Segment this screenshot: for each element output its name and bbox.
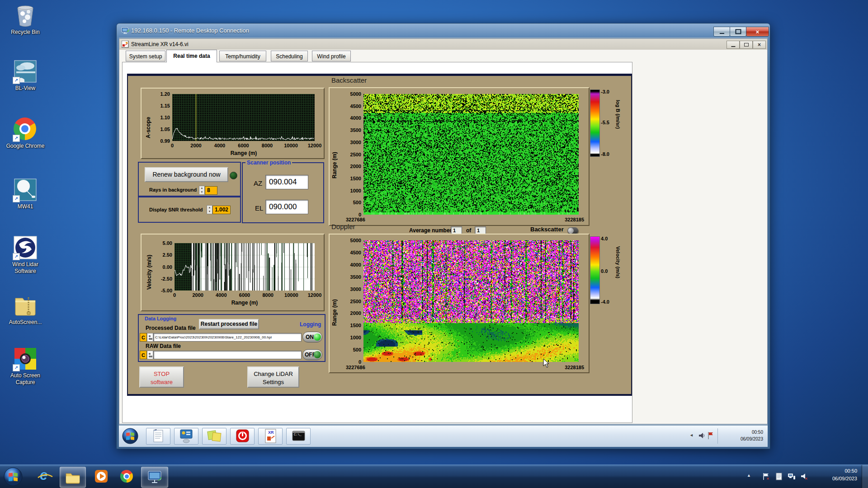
backscatter-x-min-label: 3227686 xyxy=(346,217,365,222)
taskbar-internet-explorer[interactable]: e xyxy=(33,467,57,487)
raw-drive-selector[interactable]: C xyxy=(140,351,147,359)
remote-task-sticky-notes[interactable] xyxy=(202,428,226,445)
processed-browse-icon[interactable] xyxy=(147,333,153,342)
desktop-icon-bl-view[interactable]: ↗ BL-View xyxy=(4,60,47,92)
backscatter-display-toggle[interactable] xyxy=(567,227,578,234)
tick-label: 6000 xyxy=(238,143,249,148)
tab-temp-humidity[interactable]: Temp/humidity xyxy=(219,51,266,61)
data-logging-title: Data Logging xyxy=(145,316,176,321)
remote-start-button[interactable] xyxy=(122,427,139,445)
remote-clock-date: 06/09/2023 xyxy=(720,436,763,442)
taskbar-media-player[interactable] xyxy=(90,467,112,487)
remote-task-notepad[interactable] xyxy=(146,428,170,445)
folder-icon xyxy=(65,470,80,484)
raw-browse-icon[interactable] xyxy=(147,351,153,359)
desktop-icon-recycle-bin[interactable]: Recycle Bin xyxy=(4,4,47,36)
taskbar-clock[interactable]: 00:50 06/09/2023 xyxy=(813,467,857,483)
doppler-colorbar-label: Velocity (m/s) xyxy=(615,246,621,296)
action-center-flag-icon[interactable]: ✕ xyxy=(762,472,770,480)
average-number-label: Average number xyxy=(409,227,452,234)
tick-label: 5000 xyxy=(341,238,361,243)
processed-logging-toggle[interactable]: ON xyxy=(302,332,322,343)
remote-hidden-icons-arrow[interactable]: ◄ xyxy=(689,433,693,437)
tick-label: 2.50 xyxy=(152,252,172,258)
change-line1: Change LiDAR xyxy=(248,370,298,378)
rdp-icon xyxy=(147,470,162,484)
rdp-window: 192.168.0.150 - Remote Desktop Connectio… xyxy=(116,23,770,449)
taskbar-google-chrome[interactable] xyxy=(116,467,138,487)
maximize-button[interactable] xyxy=(730,27,746,37)
snr-spinner[interactable]: ▲▼ xyxy=(207,205,212,214)
raw-logging-toggle[interactable]: OFF xyxy=(302,349,322,360)
rdp-titlebar[interactable]: 192.168.0.150 - Remote Desktop Connectio… xyxy=(117,23,770,38)
desktop-icon-mw41[interactable]: ↗ MW41 xyxy=(4,178,47,210)
tab-system-setup[interactable]: System setup xyxy=(126,51,165,61)
off-led-icon xyxy=(314,351,321,358)
remote-task-display-settings[interactable] xyxy=(174,428,198,445)
minimize-button[interactable] xyxy=(713,27,730,37)
stop-software-button[interactable]: STOP software xyxy=(139,366,184,388)
volume-muted-icon[interactable]: ✕ xyxy=(800,472,808,480)
az-value-field[interactable]: 090.004 xyxy=(265,175,308,189)
network-icon[interactable] xyxy=(788,472,796,480)
vi-minimize-button[interactable] xyxy=(726,41,740,49)
tab-real-time-data[interactable]: Real time data xyxy=(166,50,217,62)
tick-label: 2500 xyxy=(341,299,361,304)
velocity-plot xyxy=(175,243,315,291)
colorbar-tick: -3.0 xyxy=(601,89,616,94)
raw-path-field[interactable] xyxy=(153,351,302,359)
az-label: AZ xyxy=(254,179,262,187)
vi-maximize-button[interactable] xyxy=(740,41,753,49)
processed-drive-selector[interactable]: C xyxy=(140,333,147,342)
tick-label: 4500 xyxy=(341,103,361,109)
taskbar-windows-explorer[interactable] xyxy=(60,467,86,488)
show-desktop-button[interactable] xyxy=(862,465,868,488)
renew-background-button[interactable]: Renew background now xyxy=(145,167,228,182)
desktop-icon-autoscreen-zip[interactable]: AutoScreen... xyxy=(4,294,47,326)
svg-text:C:\_: C:\_ xyxy=(294,433,302,436)
desktop-icon-wind-lidar[interactable]: ↗ Wind Lidar Software xyxy=(4,236,47,275)
rays-value[interactable]: 8 xyxy=(205,186,217,195)
tick-label: 1.10 xyxy=(150,115,170,120)
tick-label: 10000 xyxy=(284,292,298,298)
doppler-x-min-label: 3227686 xyxy=(346,365,365,370)
windows-taskbar: e ▲ ✕ ✕ 00:50 xyxy=(0,465,868,488)
snr-value[interactable]: 1.002 xyxy=(212,206,231,214)
change-lidar-settings-button[interactable]: Change LiDAR Settings xyxy=(247,366,299,388)
tick-label: 8000 xyxy=(262,292,273,298)
remote-volume-icon[interactable] xyxy=(698,432,705,439)
start-button[interactable] xyxy=(3,466,24,487)
remote-clock[interactable]: 00:50 06/09/2023 xyxy=(720,429,763,442)
desktop-icon-label: AutoScreen... xyxy=(4,319,47,326)
change-line2: Settings xyxy=(248,378,298,386)
tick-label: 2000 xyxy=(192,292,203,298)
taskbar-remote-desktop[interactable] xyxy=(141,467,168,488)
tab-wind-profile[interactable]: Wind profile xyxy=(312,51,351,61)
rays-spinner[interactable]: ▲▼ xyxy=(199,186,205,195)
tab-page: A-scope Range (m) 1.201.151.101.050.9902… xyxy=(122,62,632,423)
desktop-icon-google-chrome[interactable]: ↗ Google Chrome xyxy=(4,117,47,150)
clipboard-tray-icon[interactable] xyxy=(775,472,783,480)
remote-task-shutdown-tool[interactable] xyxy=(230,428,255,445)
remote-task-streamline-vi[interactable]: XR xyxy=(258,428,283,445)
backscatter-title: Backscatter xyxy=(331,76,367,84)
remote-flag-icon[interactable] xyxy=(708,432,714,440)
tab-scheduling[interactable]: Scheduling xyxy=(271,51,308,61)
vi-close-button[interactable]: × xyxy=(753,41,766,49)
svg-text:✕: ✕ xyxy=(766,477,769,480)
vi-body: System setup Real time data Temp/humidit… xyxy=(119,50,767,424)
rdp-app-icon xyxy=(121,27,129,35)
tick-label: 2000 xyxy=(341,164,361,169)
remote-task-command-prompt[interactable]: C:\_ xyxy=(286,428,311,445)
vi-titlebar[interactable]: StreamLine XR v14-6.vi × xyxy=(119,39,767,50)
el-value-field[interactable]: 090.000 xyxy=(265,200,308,214)
shortcut-arrow-icon: ↗ xyxy=(13,253,20,260)
doppler-graph: Range (m) 3227686 3228185 50004500400035… xyxy=(329,234,590,373)
restart-processed-file-button[interactable]: Restart processed file xyxy=(199,319,259,329)
tick-label: 0 xyxy=(341,359,361,365)
velocity-x-axis-label: Range (m) xyxy=(231,300,258,306)
hidden-icons-arrow[interactable]: ▲ xyxy=(747,473,751,478)
desktop-icon-auto-screen-capture[interactable]: ↗ Auto Screen Capture xyxy=(4,347,47,386)
close-button[interactable]: × xyxy=(746,27,769,37)
processed-path-field[interactable]: C:\Lidar\Data\Proc\2023\202309\20230906\… xyxy=(153,333,302,342)
